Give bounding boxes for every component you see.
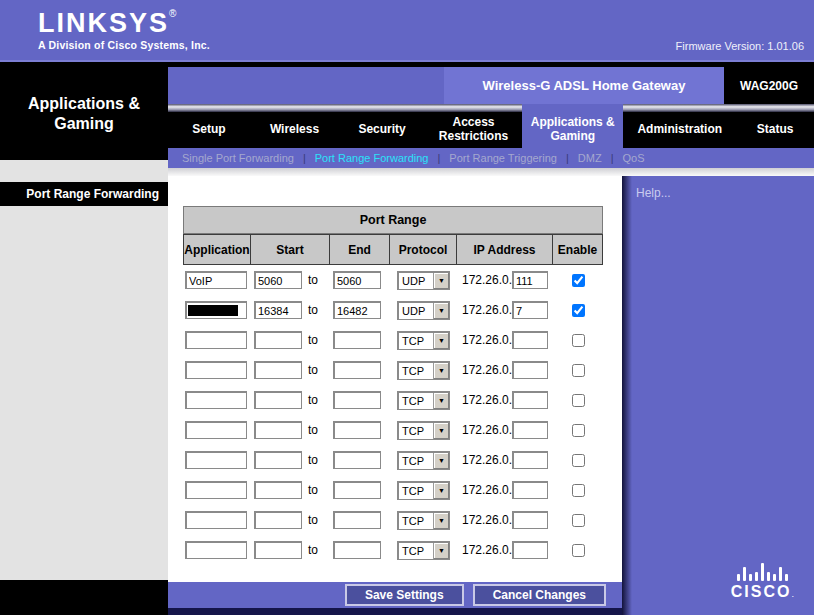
application-input[interactable] — [185, 541, 247, 559]
enable-checkbox[interactable] — [572, 334, 585, 347]
protocol-select[interactable]: TCP ▼ — [397, 451, 450, 470]
end-port-input[interactable] — [333, 451, 381, 469]
enable-checkbox[interactable] — [572, 544, 585, 557]
protocol-select[interactable]: UDP ▼ — [397, 301, 450, 320]
ip-suffix-input[interactable] — [512, 271, 548, 289]
protocol-select[interactable]: TCP ▼ — [397, 511, 450, 530]
subnav-qos[interactable]: QoS — [623, 152, 645, 164]
tab-status[interactable]: Status — [736, 112, 814, 148]
enable-checkbox[interactable] — [572, 364, 585, 377]
start-port-input[interactable] — [254, 421, 302, 439]
ip-prefix-label: 172.26.0. — [462, 273, 512, 287]
application-input[interactable] — [185, 331, 247, 349]
protocol-select[interactable]: TCP ▼ — [397, 481, 450, 500]
to-label: to — [308, 393, 318, 407]
end-port-input[interactable] — [333, 511, 381, 529]
to-label: to — [308, 363, 318, 377]
start-port-input[interactable] — [254, 361, 302, 379]
table-row: to TCP ▼ 172.26.0. — [183, 475, 603, 505]
protocol-select[interactable]: UDP ▼ — [397, 271, 450, 290]
column-header-application: Application — [183, 234, 251, 265]
enable-checkbox[interactable] — [572, 394, 585, 407]
footer-button-bar: Save Settings Cancel Changes — [168, 582, 622, 608]
table-rows: to UDP ▼ 172.26.0. to — [183, 265, 603, 565]
application-input[interactable] — [185, 451, 247, 469]
tab-setup[interactable]: Setup — [168, 112, 250, 148]
ip-suffix-input[interactable] — [512, 361, 548, 379]
protocol-select[interactable]: TCP ▼ — [397, 361, 450, 380]
main-content: Port Range Application Start End Protoco… — [168, 176, 622, 582]
dropdown-arrow-icon: ▼ — [433, 303, 449, 319]
subnav-dmz[interactable]: DMZ — [578, 152, 602, 164]
ip-prefix-label: 172.26.0. — [462, 363, 512, 377]
end-port-input[interactable] — [333, 271, 381, 289]
application-input[interactable] — [185, 391, 247, 409]
subnav-single-port-forwarding[interactable]: Single Port Forwarding — [182, 152, 294, 164]
application-input[interactable] — [185, 511, 247, 529]
end-port-input[interactable] — [333, 361, 381, 379]
application-input[interactable] — [185, 271, 247, 289]
subnav-port-range-forwarding[interactable]: Port Range Forwarding — [315, 152, 429, 164]
tab-administration[interactable]: Administration — [623, 112, 736, 148]
ip-prefix-label: 172.26.0. — [462, 453, 512, 467]
protocol-select[interactable]: TCP ▼ — [397, 541, 450, 560]
start-port-input[interactable] — [254, 481, 302, 499]
start-port-input[interactable] — [254, 541, 302, 559]
enable-checkbox[interactable] — [572, 514, 585, 527]
column-header-start: Start — [251, 234, 330, 265]
enable-checkbox[interactable] — [572, 484, 585, 497]
start-port-input[interactable] — [254, 331, 302, 349]
end-port-input[interactable] — [333, 481, 381, 499]
protocol-select[interactable]: TCP ▼ — [397, 391, 450, 410]
application-input[interactable] — [185, 481, 247, 499]
enable-checkbox[interactable] — [572, 424, 585, 437]
tab-wireless[interactable]: Wireless — [250, 112, 340, 148]
protocol-select[interactable]: TCP ▼ — [397, 421, 450, 440]
enable-checkbox[interactable] — [572, 454, 585, 467]
application-input[interactable] — [185, 361, 247, 379]
ip-suffix-input[interactable] — [512, 301, 548, 319]
column-header-protocol: Protocol — [390, 234, 457, 265]
ip-suffix-input[interactable] — [512, 391, 548, 409]
start-port-input[interactable] — [254, 271, 302, 289]
start-port-input[interactable] — [254, 451, 302, 469]
ip-suffix-input[interactable] — [512, 511, 548, 529]
cisco-dot: . — [791, 589, 794, 599]
start-port-input[interactable] — [254, 511, 302, 529]
save-settings-button[interactable]: Save Settings — [345, 584, 464, 606]
end-port-input[interactable] — [333, 391, 381, 409]
to-label: to — [308, 513, 318, 527]
tab-access-restrictions[interactable]: Access Restrictions — [425, 112, 522, 148]
end-port-input[interactable] — [333, 421, 381, 439]
tab-applications-gaming[interactable]: Applications & Gaming — [522, 104, 623, 148]
cancel-changes-button[interactable]: Cancel Changes — [473, 584, 606, 606]
application-input[interactable] — [185, 421, 247, 439]
main-tab-bar: SetupWirelessSecurityAccess Restrictions… — [168, 112, 814, 148]
ip-suffix-input[interactable] — [512, 481, 548, 499]
end-port-input[interactable] — [333, 301, 381, 319]
firmware-version: Firmware Version: 1.01.06 — [676, 40, 804, 52]
ip-suffix-input[interactable] — [512, 451, 548, 469]
sub-navigation: Single Port Forwarding|Port Range Forwar… — [168, 148, 814, 168]
start-port-input[interactable] — [254, 391, 302, 409]
ip-suffix-input[interactable] — [512, 331, 548, 349]
column-header-end: End — [330, 234, 390, 265]
help-link[interactable]: Help... — [636, 186, 671, 200]
table-row: to TCP ▼ 172.26.0. — [183, 415, 603, 445]
enable-checkbox[interactable] — [572, 274, 585, 287]
to-label: to — [308, 543, 318, 557]
tab-security[interactable]: Security — [339, 112, 425, 148]
start-port-input[interactable] — [254, 301, 302, 319]
ip-suffix-input[interactable] — [512, 541, 548, 559]
content-top-strip — [168, 168, 814, 176]
to-label: to — [308, 453, 318, 467]
subnav-port-range-triggering[interactable]: Port Range Triggering — [449, 152, 557, 164]
dropdown-arrow-icon: ▼ — [433, 423, 449, 439]
linksys-tagline: A Division of Cisco Systems, Inc. — [38, 39, 210, 51]
ip-suffix-input[interactable] — [512, 421, 548, 439]
end-port-input[interactable] — [333, 541, 381, 559]
column-header-enable: Enable — [553, 234, 603, 265]
enable-checkbox[interactable] — [572, 304, 585, 317]
protocol-select[interactable]: TCP ▼ — [397, 331, 450, 350]
end-port-input[interactable] — [333, 331, 381, 349]
